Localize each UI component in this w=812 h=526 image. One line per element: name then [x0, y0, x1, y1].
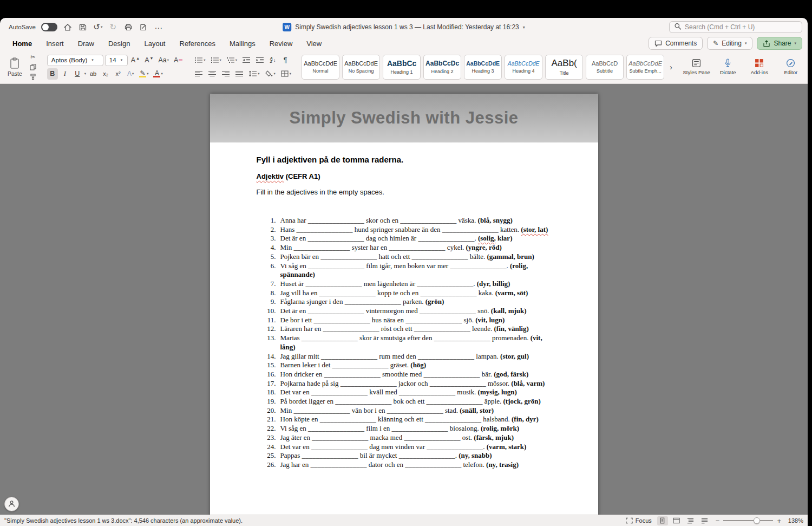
copy-icon[interactable]	[28, 63, 38, 72]
doc-heading-swedish[interactable]: Fyll i adjektiven på de tomma raderna.	[257, 155, 551, 164]
zoom-in-button[interactable]: +	[777, 517, 781, 525]
save-icon[interactable]	[78, 24, 88, 31]
document-page[interactable]: Simply Swedish with Jessie Fyll i adjekt…	[210, 94, 598, 515]
doc-intro-line[interactable]: Fill in the adjectives in the empty spac…	[257, 188, 551, 196]
comments-button[interactable]: Comments	[649, 37, 703, 50]
zoom-out-button[interactable]: −	[716, 517, 720, 525]
subscript-button[interactable]: x₂	[100, 68, 111, 80]
bold-button[interactable]: B	[47, 68, 58, 80]
zoom-slider-knob[interactable]	[754, 517, 760, 524]
draft-view-button[interactable]	[699, 516, 710, 525]
doc-subheading[interactable]: Adjektiv (CEFR A1)	[257, 172, 551, 180]
align-left-button[interactable]	[193, 68, 205, 80]
list-item[interactable]: 17.Pojkarna hade på sig ________________…	[257, 379, 551, 388]
justify-button[interactable]	[233, 68, 245, 80]
text-effects-button[interactable]: A▾	[125, 68, 136, 80]
list-item[interactable]: 25.Pappas ________________ bil är mycket…	[257, 451, 551, 460]
list-item[interactable]: 5.Pojken bär en ________________ hatt oc…	[257, 252, 551, 262]
tab-view[interactable]: View	[299, 38, 329, 49]
list-item[interactable]: 12.Läraren har en ________________ röst …	[257, 324, 551, 334]
list-item[interactable]: 26.Jag har en ________________ dator och…	[257, 460, 551, 470]
list-item[interactable]: 3.Det är en ________________ dag och him…	[257, 234, 551, 243]
paste-button[interactable]: Paste	[4, 56, 25, 78]
web-layout-view-button[interactable]	[671, 516, 682, 525]
style-heading-1[interactable]: AaBbCcHeading 1	[383, 55, 421, 80]
list-item[interactable]: 19.På bordet ligger en ________________ …	[257, 397, 551, 406]
highlight-button[interactable]: ✎▾	[137, 68, 150, 80]
font-color-button[interactable]: A▾	[152, 68, 164, 80]
editing-button[interactable]: ✎ Editing ▾	[707, 37, 752, 50]
autosave-toggle[interactable]	[41, 23, 57, 31]
home-icon[interactable]	[63, 24, 73, 31]
tab-mailings[interactable]: Mailings	[222, 38, 263, 49]
list-item[interactable]: 10.Det är en ________________ vintermorg…	[257, 307, 551, 316]
style-copy-icon[interactable]	[139, 24, 148, 31]
italic-button[interactable]: I	[60, 68, 70, 80]
indent-button[interactable]	[254, 55, 266, 66]
show-paragraph-marks-button[interactable]: ¶	[280, 55, 291, 66]
superscript-button[interactable]: x²	[113, 68, 123, 80]
style-heading-4[interactable]: AaBbCcDdEHeading 4	[505, 55, 542, 80]
add-ins-button[interactable]: Add-ins	[745, 53, 774, 82]
list-item[interactable]: 22.Vi såg en ________________ film i en …	[257, 424, 551, 433]
list-item[interactable]: 2.Hans ________________ hund springer sn…	[257, 225, 551, 235]
tab-references[interactable]: References	[173, 38, 222, 49]
font-size-select[interactable]: 14▾	[105, 55, 128, 66]
gallery-expand-icon[interactable]: ›	[669, 63, 673, 72]
style-subtle-emph-[interactable]: AaBbCcDdESubtle Emph...	[626, 55, 664, 80]
strikethrough-button[interactable]: ab	[88, 68, 99, 80]
styles-pane-button[interactable]: Styles Pane	[682, 53, 711, 82]
more-options-button[interactable]: ···	[154, 23, 163, 32]
line-spacing-button[interactable]: ▾	[247, 68, 261, 80]
tab-design[interactable]: Design	[101, 38, 137, 49]
list-item[interactable]: 16.Hon dricker en ________________ smoot…	[257, 370, 551, 379]
shading-button[interactable]: ▾	[263, 68, 277, 80]
format-painter-icon[interactable]	[28, 73, 38, 81]
outdent-button[interactable]	[240, 55, 252, 66]
list-item[interactable]: 15.Barnen leker i det ________________ g…	[257, 361, 551, 370]
list-item[interactable]: 21.Hon köpte en ________________ klännin…	[257, 415, 551, 424]
outline-view-button[interactable]	[685, 516, 696, 525]
change-case-button[interactable]: Aa▾	[156, 55, 171, 66]
list-item[interactable]: 13.Marias ________________ skor är smuts…	[257, 334, 551, 352]
share-button[interactable]: Share ▾	[757, 37, 802, 50]
list-item[interactable]: 14.Jag gillar mitt ________________ rum …	[257, 352, 551, 361]
list-item[interactable]: 8.Jag vill ha en ________________ kopp t…	[257, 289, 551, 298]
title-chevron-icon[interactable]: ▾	[523, 25, 525, 30]
grow-font-button[interactable]: A▲	[129, 55, 141, 66]
print-icon[interactable]	[123, 24, 133, 31]
document-title[interactable]: Simply Swedish adjectives lesson 1 ws 3 …	[295, 23, 519, 31]
focus-button[interactable]: Focus	[626, 517, 652, 524]
zoom-percentage[interactable]: 138%	[785, 517, 803, 524]
zoom-slider[interactable]	[723, 517, 773, 524]
style-title[interactable]: AaBb(Title	[545, 55, 583, 80]
tab-layout[interactable]: Layout	[137, 38, 172, 49]
style-subtitle[interactable]: AaBbCcDSubtitle	[586, 55, 624, 80]
borders-button[interactable]: ▾	[279, 68, 293, 80]
style-no-spacing[interactable]: AaBbCcDdENo Spacing	[342, 55, 380, 80]
undo-button[interactable]: ↺▾	[93, 22, 103, 32]
list-item[interactable]: 24.Det var en ________________ dag men v…	[257, 443, 551, 452]
tab-insert[interactable]: Insert	[39, 38, 71, 49]
tab-home[interactable]: Home	[5, 38, 39, 49]
editor-button[interactable]: Editor	[776, 53, 806, 82]
sort-button[interactable]: AZ↓	[267, 55, 278, 66]
accessibility-button[interactable]	[4, 497, 19, 511]
list-item[interactable]: 18.Det var en ________________ kväll med…	[257, 388, 551, 397]
list-item[interactable]: 9.Fåglarna sjunger i den _______________…	[257, 297, 551, 307]
list-item[interactable]: 23.Jag äter en ________________ macka me…	[257, 433, 551, 443]
style-heading-2[interactable]: AaBbCcDcHeading 2	[423, 55, 461, 80]
list-item[interactable]: 1.Anna har ________________ skor och en …	[257, 216, 551, 225]
tab-draw[interactable]: Draw	[71, 38, 101, 49]
list-item[interactable]: 20.Min ________________ vän bor i en ___…	[257, 406, 551, 415]
list-item[interactable]: 11.De bor i ett ________________ hus när…	[257, 316, 551, 325]
numbered-list-button[interactable]: ▾	[209, 55, 223, 66]
cut-icon[interactable]: ✂	[28, 53, 38, 62]
clear-formatting-button[interactable]: A	[172, 55, 184, 66]
align-center-button[interactable]	[206, 68, 218, 80]
style-normal[interactable]: AaBbCcDdENormal	[302, 55, 339, 80]
bullet-list-button[interactable]: ▾	[193, 55, 207, 66]
search-input[interactable]: Search (Cmd + Ctrl + U)	[669, 21, 802, 33]
align-right-button[interactable]	[220, 68, 232, 80]
list-item[interactable]: 6.Vi såg en ________________ film igår, …	[257, 262, 551, 280]
